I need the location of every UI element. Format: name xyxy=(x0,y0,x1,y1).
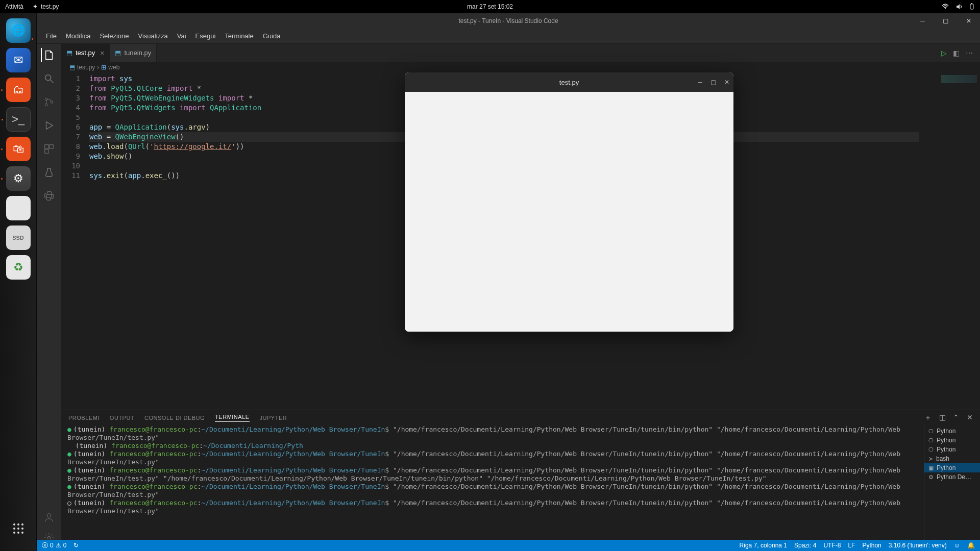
svg-rect-1 xyxy=(970,4,973,9)
terminal-line: ●(tunein) francesco@francesco-pc:~/Docum… xyxy=(67,466,918,483)
tab-tunein-py[interactable]: ⬒ tunein.py xyxy=(110,44,157,62)
status-feedback-icon[interactable]: ☺ xyxy=(954,542,960,549)
dock-misc-icon[interactable] xyxy=(6,196,31,220)
menu-file[interactable]: File xyxy=(42,30,61,42)
status-notifications-icon[interactable]: 🔔 xyxy=(967,542,975,549)
status-debug-icon[interactable]: ↻ xyxy=(74,542,79,549)
panel-tab-problems[interactable]: PROBLEMI xyxy=(68,415,100,421)
terminal-session-label: Python xyxy=(937,437,955,444)
svg-point-4 xyxy=(17,523,19,525)
app-glyph-icon: ✦ xyxy=(33,3,38,10)
status-errors[interactable]: ⓧ 0 ⚠ 0 xyxy=(42,541,66,550)
terminal-line: ●(tunein) francesco@francesco-pc:~/Docum… xyxy=(67,425,918,442)
volume-icon[interactable] xyxy=(955,3,963,10)
svg-point-5 xyxy=(21,523,23,525)
child-maximize-button[interactable]: ▢ xyxy=(710,79,716,86)
child-minimize-button[interactable]: ─ xyxy=(698,79,702,86)
svg-point-9 xyxy=(13,532,15,534)
svg-point-21 xyxy=(47,536,51,539)
dock-files-icon[interactable]: 🗂 xyxy=(6,78,31,102)
dock-apps-grid-icon[interactable] xyxy=(6,516,31,541)
activity-source-control-icon[interactable] xyxy=(42,95,56,109)
terminal-split-icon[interactable]: ◫ xyxy=(939,413,946,422)
terminal-new-icon[interactable]: ＋ xyxy=(924,413,932,422)
terminal-session-item[interactable]: ≻bash xyxy=(924,454,980,463)
symbol-variable-icon: ⊞ xyxy=(101,64,106,71)
dock-trash-icon[interactable]: ♻ xyxy=(6,255,31,280)
tab-close-icon[interactable]: × xyxy=(100,49,104,57)
power-icon[interactable] xyxy=(969,3,975,10)
terminal-line: ●(tunein) francesco@francesco-pc:~/Docum… xyxy=(67,483,918,499)
child-window-title: test.py xyxy=(559,79,579,86)
activity-python-icon[interactable] xyxy=(42,189,56,203)
editor-more-icon[interactable]: ⋯ xyxy=(966,49,973,57)
wifi-icon[interactable] xyxy=(941,4,949,10)
terminal-line: ●(tunein) francesco@francesco-pc:~/Docum… xyxy=(67,450,918,466)
svg-point-20 xyxy=(47,514,51,517)
ubuntu-dock: 🌐 ✉ 🗂 >_ 🛍 ⚙ SSD ♻ xyxy=(0,13,37,551)
svg-point-7 xyxy=(17,528,19,530)
svg-rect-2 xyxy=(971,3,972,4)
dock-software-icon[interactable]: 🛍 xyxy=(6,137,31,161)
status-interpreter[interactable]: 3.10.6 ('tunein': venv) xyxy=(889,542,947,549)
activities-button[interactable]: Attività xyxy=(5,3,23,10)
split-editor-icon[interactable]: ◧ xyxy=(953,49,960,57)
activity-accounts-icon[interactable] xyxy=(43,512,55,523)
run-file-button[interactable]: ▷ xyxy=(941,49,947,57)
menu-go[interactable]: Vai xyxy=(173,30,190,42)
status-encoding[interactable]: UTF-8 xyxy=(823,542,841,549)
breadcrumb-symbol: web xyxy=(108,64,119,71)
activity-extensions-icon[interactable] xyxy=(42,142,56,156)
tab-test-py[interactable]: ⬒ test.py × xyxy=(61,44,110,62)
panel-tab-debug-console[interactable]: CONSOLE DI DEBUG xyxy=(144,415,205,421)
dock-browser-icon[interactable]: 🌐 xyxy=(6,18,31,43)
status-cursor-pos[interactable]: Riga 7, colonna 1 xyxy=(740,542,787,549)
running-app-indicator[interactable]: ✦ test.py xyxy=(33,3,59,10)
dock-settings-icon[interactable]: ⚙ xyxy=(6,166,31,191)
terminal-sessions-list: ⎔Python⎔Python⎔Python≻bash▣Python⚙Python… xyxy=(924,425,980,540)
activity-explorer-icon[interactable] xyxy=(41,48,56,62)
window-maximize-button[interactable]: ▢ xyxy=(934,13,957,29)
panel-maximize-icon[interactable]: ⌃ xyxy=(953,413,960,422)
terminal-session-item[interactable]: ⚙Python De… xyxy=(924,472,980,482)
panel-tab-terminal[interactable]: TERMINALE xyxy=(215,414,249,422)
activity-testing-icon[interactable] xyxy=(42,165,56,180)
breadcrumb[interactable]: ⬒ test.py › ⊞ web xyxy=(61,62,980,73)
svg-point-6 xyxy=(13,528,15,530)
terminal-output[interactable]: ●(tunein) francesco@francesco-pc:~/Docum… xyxy=(61,425,924,540)
window-close-button[interactable]: ✕ xyxy=(957,13,980,29)
activity-run-debug-icon[interactable] xyxy=(42,118,56,133)
dock-ssd-icon[interactable]: SSD xyxy=(6,226,31,250)
terminal-session-item[interactable]: ⎔Python xyxy=(924,436,980,445)
window-minimize-button[interactable]: ─ xyxy=(911,13,934,29)
minimap-content xyxy=(941,75,977,83)
panel-tab-output[interactable]: OUTPUT xyxy=(110,415,134,421)
minimap[interactable] xyxy=(929,73,980,410)
dock-mail-icon[interactable]: ✉ xyxy=(6,48,31,72)
terminal-session-label: Python xyxy=(937,446,955,453)
panel-close-icon[interactable]: ✕ xyxy=(967,413,973,422)
python-file-icon: ⬒ xyxy=(66,49,72,57)
status-language[interactable]: Python xyxy=(862,542,881,549)
menu-help[interactable]: Guida xyxy=(259,30,285,42)
dock-terminal-icon[interactable]: >_ xyxy=(6,107,31,132)
terminal-session-item[interactable]: ▣Python xyxy=(924,463,980,472)
terminal-kind-icon: ⎔ xyxy=(928,437,934,444)
svg-point-14 xyxy=(45,98,47,101)
menu-terminal[interactable]: Terminale xyxy=(220,30,257,42)
terminal-line: ○(tunein) francesco@francesco-pc:~/Docum… xyxy=(67,499,918,515)
menu-run[interactable]: Esegui xyxy=(191,30,220,42)
clock[interactable]: mar 27 set 15:02 xyxy=(467,3,513,10)
menu-selection[interactable]: Selezione xyxy=(95,30,133,42)
child-close-button[interactable]: ✕ xyxy=(724,79,729,86)
panel-tab-jupyter[interactable]: JUPYTER xyxy=(260,415,287,421)
warning-icon: ⚠ xyxy=(56,542,61,549)
menu-view[interactable]: Visualizza xyxy=(134,30,172,42)
status-indent[interactable]: Spazi: 4 xyxy=(794,542,816,549)
activity-search-icon[interactable] xyxy=(42,71,56,86)
menu-edit[interactable]: Modifica xyxy=(62,30,94,42)
terminal-session-item[interactable]: ⎔Python xyxy=(924,445,980,454)
terminal-session-item[interactable]: ⎔Python xyxy=(924,427,980,436)
tab-label: tunein.py xyxy=(124,49,151,57)
status-eol[interactable]: LF xyxy=(848,542,855,549)
